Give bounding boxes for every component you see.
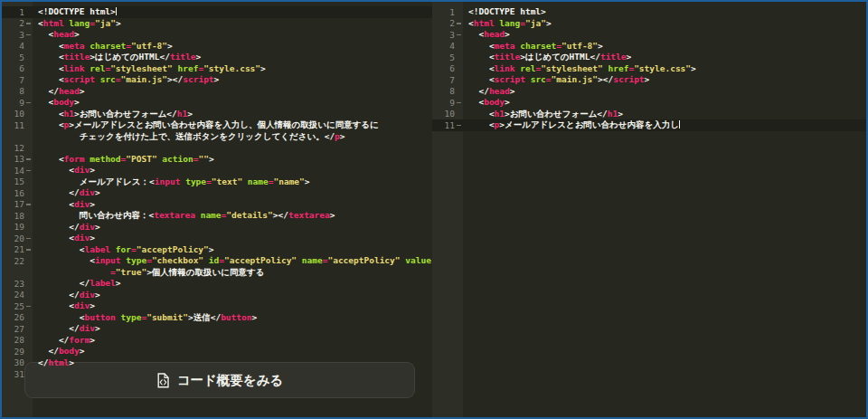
line-number: 6 <box>432 63 463 75</box>
code-line-right-7[interactable]: <script src="main.js"></script> <box>463 74 866 86</box>
line-number: 4 <box>2 41 33 52</box>
code-line-left-6[interactable]: <link rel="stylesheet" href="style.css"> <box>33 63 432 75</box>
code-line-left-24[interactable]: </div> <box>33 290 432 301</box>
code-line-left-21[interactable]: <label for="acceptPolicy"> <box>33 244 432 256</box>
code-line-right-10[interactable]: <h1>お問い合わせフォーム</h1> <box>463 109 866 120</box>
code-line-left-31[interactable] <box>33 368 432 380</box>
line-number: 16 <box>2 187 33 199</box>
fold-marker[interactable] <box>457 34 461 36</box>
editor-pane-left: コード概要をみる 1234567891011121314151617181920… <box>2 2 432 417</box>
fold-marker[interactable] <box>457 102 461 104</box>
line-number: 14 <box>2 165 33 176</box>
code-line-right-8[interactable]: </head> <box>463 86 866 98</box>
line-number: 2 <box>2 18 33 30</box>
fold-marker[interactable] <box>26 306 31 308</box>
text-cursor <box>116 7 117 15</box>
line-number: 10 <box>432 109 463 120</box>
fold-marker[interactable] <box>26 34 31 36</box>
code-line-left-4[interactable]: <meta charset="utf-8"> <box>33 41 432 52</box>
code-line-left-12[interactable] <box>33 142 432 154</box>
line-number-gutter: 1234567891011 <box>432 2 463 417</box>
code-line-right-11[interactable]: <p>メールアドレスとお問い合わせ内容を入力し <box>463 119 866 131</box>
code-line-left-19[interactable]: </div> <box>33 222 432 233</box>
code-line-left-17[interactable]: <div> <box>33 199 432 211</box>
text-cursor <box>679 120 680 129</box>
line-number: 1 <box>2 6 33 18</box>
code-line-left-26[interactable]: <button type="submit">送信</button> <box>33 312 432 324</box>
code-line-left-23[interactable]: </label> <box>33 278 432 290</box>
fold-marker[interactable] <box>457 125 461 127</box>
code-line-left-1[interactable]: <!DOCTYPE html> <box>33 6 432 18</box>
code-line-left-30[interactable]: </html> <box>33 357 432 369</box>
line-number: 1 <box>432 6 463 18</box>
line-number: 9 <box>2 97 33 109</box>
code-line-left-15[interactable]: メールアドレス：<input type="text" name="name"> <box>33 176 432 188</box>
code-line-left-8[interactable]: </head> <box>33 86 432 98</box>
fold-marker[interactable] <box>26 238 31 240</box>
fold-marker[interactable] <box>26 23 31 24</box>
code-line-left-29[interactable]: </body> <box>33 346 432 357</box>
code-line-left-22[interactable]: <input type="checkbox" id="acceptPolicy"… <box>33 255 432 267</box>
code-area[interactable]: <!DOCTYPE html><html lang="ja"> <head> <… <box>463 2 866 417</box>
line-number: 30 <box>2 357 33 369</box>
fold-marker[interactable] <box>26 170 31 172</box>
code-line-right-4[interactable]: <meta charset="utf-8"> <box>463 41 866 52</box>
line-number: 7 <box>432 74 463 86</box>
line-number: 18 <box>2 210 33 222</box>
line-number: 26 <box>2 312 33 324</box>
editor-pane-right: 1234567891011 <!DOCTYPE html><html lang=… <box>432 2 866 417</box>
fold-marker[interactable] <box>26 204 31 205</box>
code-line-left-11-wrap[interactable]: チェックを付けた上で、送信ボタンをクリックしてください。</p> <box>33 131 432 143</box>
code-line-left-11[interactable]: <p>メールアドレスとお問い合わせ内容を入力し、個人情報の取扱いに同意するに <box>33 119 432 131</box>
code-line-right-5[interactable]: <title>はじめてのHTML</title> <box>463 52 866 63</box>
code-line-left-13[interactable]: <form method="POST" action=""> <box>33 154 432 166</box>
code-line-right-2[interactable]: <html lang="ja"> <box>463 18 866 30</box>
line-number-gutter: 1234567891011121314151617181920212223242… <box>2 2 33 417</box>
code-line-left-14[interactable]: <div> <box>33 165 432 176</box>
code-line-left-9[interactable]: <body> <box>33 97 432 109</box>
line-number: 27 <box>2 323 33 335</box>
code-area[interactable]: <!DOCTYPE html><html lang="ja"> <head> <… <box>33 2 432 417</box>
line-number: 11 <box>2 119 33 131</box>
code-line-right-6[interactable]: <link rel="stylesheet" href="style.css"> <box>463 63 866 75</box>
line-number: 4 <box>432 41 463 52</box>
line-number: 21 <box>2 244 33 256</box>
line-number: 10 <box>2 109 33 120</box>
fold-marker[interactable] <box>26 158 31 160</box>
line-number: 2 <box>432 18 463 30</box>
code-line-left-16[interactable]: </div> <box>33 187 432 199</box>
line-number: 5 <box>2 52 33 63</box>
code-line-left-27[interactable]: </div> <box>33 323 432 335</box>
wrap-gutter-row <box>2 267 33 279</box>
fold-marker[interactable] <box>457 23 461 24</box>
line-number: 19 <box>2 222 33 233</box>
line-number: 23 <box>2 278 33 290</box>
code-line-left-2[interactable]: <html lang="ja"> <box>33 18 432 30</box>
line-number: 28 <box>2 335 33 347</box>
code-line-left-10[interactable]: <h1>お問い合わせフォーム</h1> <box>33 109 432 120</box>
code-line-left-5[interactable]: <title>はじめてのHTML</title> <box>33 52 432 63</box>
line-number: 20 <box>2 233 33 244</box>
line-number: 6 <box>2 63 33 75</box>
code-line-left-3[interactable]: <head> <box>33 29 432 41</box>
code-line-right-3[interactable]: <head> <box>463 29 866 41</box>
line-number: 11 <box>432 119 463 131</box>
line-number: 8 <box>2 86 33 98</box>
line-number: 8 <box>432 86 463 98</box>
line-number: 22 <box>2 255 33 267</box>
code-line-right-9[interactable]: <body> <box>463 97 866 109</box>
line-number: 31 <box>2 368 33 380</box>
code-line-left-22-wrap[interactable]: ="true">個人情報の取扱いに同意する <box>33 267 432 279</box>
code-line-left-20[interactable]: <div> <box>33 233 432 244</box>
code-line-right-1[interactable]: <!DOCTYPE html> <box>463 6 866 18</box>
code-line-left-18[interactable]: 問い合わせ内容：<textarea name="details"></texta… <box>33 210 432 222</box>
code-line-left-7[interactable]: <script src="main.js"></script> <box>33 74 432 86</box>
fold-marker[interactable] <box>26 102 31 104</box>
fold-marker[interactable] <box>26 249 31 251</box>
app-window: コード概要をみる 1234567891011121314151617181920… <box>0 0 868 419</box>
code-line-left-28[interactable]: </form> <box>33 335 432 347</box>
line-number: 15 <box>2 176 33 188</box>
code-line-left-25[interactable]: <div> <box>33 300 432 312</box>
line-number: 5 <box>432 52 463 63</box>
wrap-gutter-row <box>2 131 33 143</box>
